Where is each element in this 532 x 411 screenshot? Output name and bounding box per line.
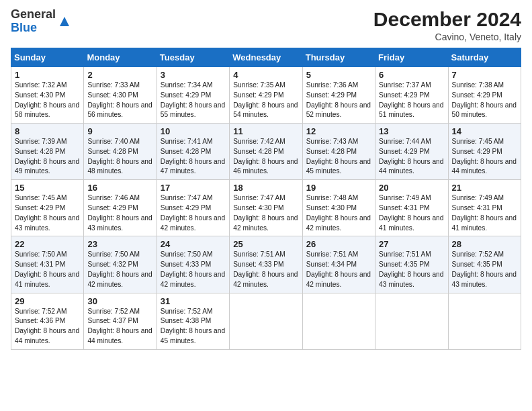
title-block: December 2024 Cavino, Veneto, Italy <box>373 8 521 42</box>
day-number: 12 <box>306 126 371 136</box>
day-number: 31 <box>161 296 226 306</box>
daylight-label: Daylight: 8 hours and 44 minutes. <box>15 327 79 345</box>
daylight-label: Daylight: 8 hours and 45 minutes. <box>306 158 371 175</box>
daylight-label: Daylight: 8 hours and 52 minutes. <box>306 101 371 119</box>
day-cell <box>302 293 375 349</box>
week-row-5: 29 Sunrise: 7:52 AM Sunset: 4:36 PM Dayl… <box>11 293 521 349</box>
sunrise-label: Sunrise: 7:50 AM <box>161 250 213 258</box>
sunrise-label: Sunrise: 7:36 AM <box>306 81 359 89</box>
day-number: 5 <box>306 70 371 80</box>
calendar-table: Sunday Monday Tuesday Wednesday Thursday… <box>11 48 521 350</box>
col-thursday: Thursday <box>302 48 375 67</box>
sunset-label: Sunset: 4:29 PM <box>452 148 502 155</box>
sunset-label: Sunset: 4:28 PM <box>15 148 65 155</box>
day-cell: 6 Sunrise: 7:37 AM Sunset: 4:29 PM Dayli… <box>375 67 448 124</box>
day-cell: 10 Sunrise: 7:41 AM Sunset: 4:28 PM Dayl… <box>157 124 229 180</box>
day-number: 29 <box>15 296 80 306</box>
daylight-label: Daylight: 8 hours and 42 minutes. <box>87 271 152 288</box>
day-number: 16 <box>87 183 152 193</box>
day-number: 24 <box>161 239 226 249</box>
daylight-label: Daylight: 8 hours and 41 minutes. <box>15 271 79 288</box>
day-number: 17 <box>161 183 226 193</box>
day-cell: 7 Sunrise: 7:38 AM Sunset: 4:29 PM Dayli… <box>448 67 521 124</box>
col-wednesday: Wednesday <box>230 48 302 67</box>
day-cell <box>448 293 521 349</box>
daylight-label: Daylight: 8 hours and 56 minutes. <box>87 101 152 119</box>
day-info: Sunrise: 7:51 AM Sunset: 4:35 PM Dayligh… <box>379 250 444 289</box>
logo-general: General <box>11 7 56 21</box>
daylight-label: Daylight: 8 hours and 42 minutes. <box>306 214 371 232</box>
sunset-label: Sunset: 4:38 PM <box>161 317 211 324</box>
sunset-label: Sunset: 4:33 PM <box>161 261 211 268</box>
sunrise-label: Sunrise: 7:35 AM <box>233 81 285 89</box>
day-cell: 17 Sunrise: 7:47 AM Sunset: 4:29 PM Dayl… <box>157 180 229 236</box>
day-info: Sunrise: 7:47 AM Sunset: 4:29 PM Dayligh… <box>161 193 226 233</box>
sunrise-label: Sunrise: 7:45 AM <box>15 194 67 201</box>
logo-blue: Blue <box>11 21 37 34</box>
sunset-label: Sunset: 4:35 PM <box>452 261 502 268</box>
sunset-label: Sunset: 4:29 PM <box>452 91 502 99</box>
sunrise-label: Sunrise: 7:52 AM <box>161 308 213 315</box>
sunset-label: Sunset: 4:28 PM <box>87 148 138 155</box>
day-number: 18 <box>233 183 298 193</box>
daylight-label: Daylight: 8 hours and 54 minutes. <box>233 101 298 119</box>
sunrise-label: Sunrise: 7:47 AM <box>233 194 285 201</box>
sunrise-label: Sunrise: 7:49 AM <box>452 194 504 201</box>
day-info: Sunrise: 7:52 AM Sunset: 4:38 PM Dayligh… <box>161 307 226 347</box>
day-info: Sunrise: 7:45 AM Sunset: 4:29 PM Dayligh… <box>452 137 517 177</box>
sunrise-label: Sunrise: 7:52 AM <box>87 308 140 315</box>
day-number: 10 <box>161 126 226 136</box>
svg-marker-0 <box>60 17 69 26</box>
sunrise-label: Sunrise: 7:40 AM <box>87 138 140 145</box>
day-cell: 14 Sunrise: 7:45 AM Sunset: 4:29 PM Dayl… <box>448 124 521 180</box>
sunrise-label: Sunrise: 7:49 AM <box>379 194 431 201</box>
day-cell: 15 Sunrise: 7:45 AM Sunset: 4:29 PM Dayl… <box>11 180 84 236</box>
day-info: Sunrise: 7:52 AM Sunset: 4:37 PM Dayligh… <box>87 307 152 347</box>
day-cell: 24 Sunrise: 7:50 AM Sunset: 4:33 PM Dayl… <box>157 236 229 293</box>
day-info: Sunrise: 7:33 AM Sunset: 4:30 PM Dayligh… <box>87 81 152 120</box>
day-cell: 27 Sunrise: 7:51 AM Sunset: 4:35 PM Dayl… <box>375 236 448 293</box>
day-number: 21 <box>452 183 517 193</box>
daylight-label: Daylight: 8 hours and 51 minutes. <box>379 101 443 119</box>
day-cell: 8 Sunrise: 7:39 AM Sunset: 4:28 PM Dayli… <box>11 124 84 180</box>
week-row-2: 8 Sunrise: 7:39 AM Sunset: 4:28 PM Dayli… <box>11 124 521 180</box>
day-info: Sunrise: 7:39 AM Sunset: 4:28 PM Dayligh… <box>15 137 80 177</box>
daylight-label: Daylight: 8 hours and 43 minutes. <box>379 271 443 288</box>
daylight-label: Daylight: 8 hours and 42 minutes. <box>161 271 225 288</box>
sunset-label: Sunset: 4:28 PM <box>306 148 357 155</box>
col-sunday: Sunday <box>11 48 84 67</box>
day-number: 13 <box>379 126 444 136</box>
daylight-label: Daylight: 8 hours and 41 minutes. <box>379 214 443 232</box>
day-cell <box>375 293 448 349</box>
day-number: 27 <box>379 239 444 249</box>
day-number: 3 <box>161 70 226 80</box>
day-cell: 2 Sunrise: 7:33 AM Sunset: 4:30 PM Dayli… <box>84 67 157 124</box>
sunrise-label: Sunrise: 7:42 AM <box>233 138 285 145</box>
sunset-label: Sunset: 4:31 PM <box>15 261 65 268</box>
daylight-label: Daylight: 8 hours and 58 minutes. <box>15 101 79 119</box>
sunset-label: Sunset: 4:34 PM <box>306 261 357 268</box>
day-info: Sunrise: 7:52 AM Sunset: 4:35 PM Dayligh… <box>452 250 517 289</box>
day-number: 30 <box>87 296 152 306</box>
sunset-label: Sunset: 4:29 PM <box>306 91 357 99</box>
daylight-label: Daylight: 8 hours and 47 minutes. <box>161 158 225 175</box>
sunset-label: Sunset: 4:29 PM <box>379 148 429 155</box>
day-info: Sunrise: 7:32 AM Sunset: 4:30 PM Dayligh… <box>15 81 80 120</box>
sunset-label: Sunset: 4:36 PM <box>15 317 65 324</box>
day-number: 8 <box>15 126 80 136</box>
day-number: 9 <box>87 126 152 136</box>
sunset-label: Sunset: 4:29 PM <box>161 204 211 212</box>
sunrise-label: Sunrise: 7:46 AM <box>87 194 140 201</box>
sunrise-label: Sunrise: 7:48 AM <box>306 194 359 201</box>
day-info: Sunrise: 7:51 AM Sunset: 4:33 PM Dayligh… <box>233 250 298 289</box>
day-info: Sunrise: 7:44 AM Sunset: 4:29 PM Dayligh… <box>379 137 444 177</box>
sunset-label: Sunset: 4:33 PM <box>233 261 283 268</box>
sunrise-label: Sunrise: 7:39 AM <box>15 138 67 145</box>
sunrise-label: Sunrise: 7:33 AM <box>87 81 140 89</box>
daylight-label: Daylight: 8 hours and 41 minutes. <box>452 214 517 232</box>
day-info: Sunrise: 7:49 AM Sunset: 4:31 PM Dayligh… <box>452 193 517 233</box>
sunrise-label: Sunrise: 7:43 AM <box>306 138 359 145</box>
day-cell: 21 Sunrise: 7:49 AM Sunset: 4:31 PM Dayl… <box>448 180 521 236</box>
day-info: Sunrise: 7:40 AM Sunset: 4:28 PM Dayligh… <box>87 137 152 177</box>
sunset-label: Sunset: 4:31 PM <box>379 204 429 212</box>
